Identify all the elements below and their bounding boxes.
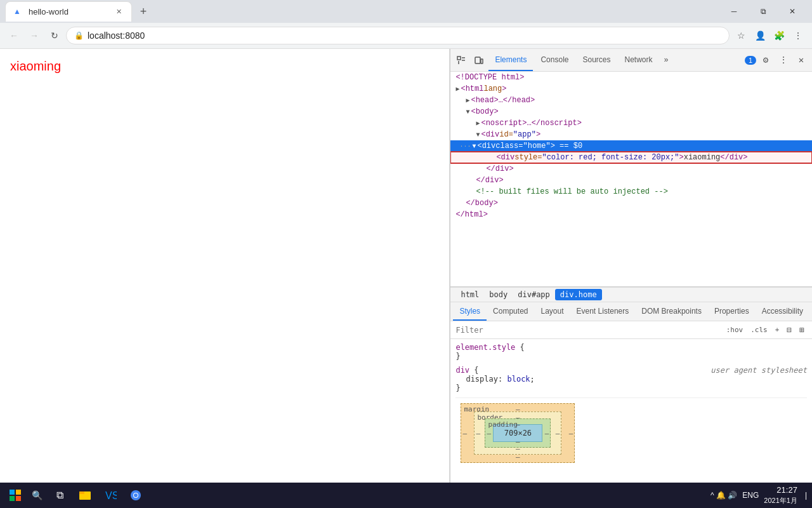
browser-chrome: ▲ hello-world ✕ + ─ ⧉ ✕ ← → ↻ 🔒 localhos…	[0, 0, 812, 49]
forward-button[interactable]: →	[25, 27, 43, 44]
devtools-settings-button[interactable]: ⚙	[757, 52, 774, 69]
styles-tab-properties[interactable]: Properties	[708, 302, 756, 321]
svg-text:VS: VS	[105, 490, 117, 501]
svg-rect-11	[79, 491, 84, 494]
tab-close-button[interactable]: ✕	[114, 7, 124, 17]
tray-icons: ^ 🔔 🔊	[710, 491, 737, 500]
ellipsis-icon: ···	[459, 143, 471, 150]
taskbar-chrome[interactable]	[124, 484, 147, 507]
styles-tab-styles[interactable]: Styles	[453, 302, 487, 321]
menu-button[interactable]: ⋮	[789, 27, 807, 44]
filter-add-button[interactable]: +	[773, 325, 782, 335]
dom-line-noscript[interactable]: ▶ <noscript>…</noscript>	[450, 117, 812, 129]
devtools-tab-elements[interactable]: Elements	[488, 49, 533, 71]
breadcrumb-body[interactable]: body	[484, 289, 513, 300]
styles-tab-layout[interactable]: Layout	[534, 302, 570, 321]
css-rules: element.style { } div { user agent style…	[450, 339, 812, 483]
taskbar-search-button[interactable]: 🔍	[28, 486, 46, 504]
tray-lang: ENG	[742, 491, 759, 500]
taskbar-vscode[interactable]: VS	[99, 484, 122, 507]
bookmark-button[interactable]: ☆	[732, 27, 750, 44]
dom-line-close-html[interactable]: </html>	[450, 209, 812, 220]
system-tray: ^ 🔔 🔊 ENG 21:27 2021年1月 |	[710, 485, 807, 505]
filter-toggle-button[interactable]: ⊟	[784, 324, 794, 335]
dom-expand-body[interactable]: ▼	[466, 109, 469, 116]
dom-line-close-body[interactable]: </body>	[450, 197, 812, 209]
browser-tab[interactable]: ▲ hello-world ✕	[5, 1, 132, 22]
device-toolbar-button[interactable]	[471, 52, 487, 69]
filter-hov-button[interactable]: :hov	[724, 325, 746, 335]
dom-line-div-home[interactable]: ··· ▼ <div class="home"> == $0	[450, 140, 812, 152]
box-model-section: margin – border – padding – –	[455, 398, 807, 468]
box-content-size: 709×26	[504, 429, 532, 438]
dom-expand-head[interactable]: ▶	[466, 97, 469, 104]
dom-line-head[interactable]: ▶ <head>…</head>	[450, 95, 812, 106]
margin-left-val: –	[462, 429, 467, 438]
breadcrumb-divhome[interactable]: div.home	[555, 289, 602, 300]
address-text: localhost:8080	[88, 30, 721, 41]
dom-line-close-div2[interactable]: </div>	[450, 175, 812, 186]
styles-tab-event-listeners[interactable]: Event Listeners	[570, 302, 636, 321]
tab-title: hello-world	[29, 7, 108, 17]
devtools-tab-network[interactable]: Network	[619, 49, 659, 71]
dom-line-div-app[interactable]: ▼ <div id="app">	[450, 129, 812, 140]
dom-expand-div-app[interactable]: ▼	[476, 131, 480, 138]
css-selector-div: div { user agent stylesheet	[455, 366, 807, 375]
dom-line-close-div1[interactable]: </div>	[450, 163, 812, 175]
dom-tree: <!DOCTYPE html> ▶ <html lang> ▶ <head>…<…	[450, 72, 812, 286]
taskbar: 🔍 ⧉ VS ^ 🔔 🔊 ENG 21:27 2021年1月 |	[0, 483, 812, 508]
margin-right-val: –	[569, 429, 573, 438]
close-button[interactable]: ✕	[778, 0, 807, 23]
new-tab-button[interactable]: +	[134, 3, 152, 20]
css-selector-element-style: element.style {	[455, 343, 807, 352]
filter-cls-button[interactable]: .cls	[748, 325, 770, 335]
devtools-tab-console[interactable]: Console	[534, 49, 575, 71]
maximize-button[interactable]: ⧉	[749, 0, 778, 23]
svg-rect-0	[457, 57, 461, 60]
border-bottom-val: –	[516, 444, 520, 453]
breadcrumb-bar: html body div#app div.home	[450, 287, 812, 302]
devtools-badge: 1	[745, 56, 756, 65]
dom-expand-div-home[interactable]: ▼	[472, 143, 476, 150]
show-desktop-button[interactable]: |	[802, 491, 807, 500]
address-input-wrap[interactable]: 🔒 localhost:8080	[66, 27, 730, 44]
svg-rect-5	[481, 59, 483, 64]
dom-line-div-style[interactable]: <div style="color: red; font-size: 20px;…	[450, 152, 812, 163]
devtools-tab-sources[interactable]: Sources	[576, 49, 617, 71]
styles-tab-dom-breakpoints[interactable]: DOM Breakpoints	[635, 302, 708, 321]
filter-input[interactable]	[455, 326, 718, 335]
dom-line-body[interactable]: ▼ <body>	[450, 106, 812, 117]
taskbar-file-explorer[interactable]	[74, 484, 96, 507]
taskbar-date-value: 2021年1月	[764, 496, 797, 505]
dom-line-comment[interactable]: <!-- built files will be auto injected -…	[450, 186, 812, 197]
devtools-toolbar: Elements Console Sources Network » 1 ⚙ ⋮…	[450, 49, 812, 72]
devtools-tab-more[interactable]: »	[660, 53, 672, 67]
css-block-div: div { user agent stylesheet display: blo…	[455, 366, 807, 392]
devtools-close-button[interactable]: ✕	[793, 52, 809, 69]
dom-expand-html[interactable]: ▶	[455, 85, 459, 93]
taskbar-time[interactable]: 21:27 2021年1月	[764, 485, 797, 505]
breadcrumb-divapp[interactable]: div#app	[513, 289, 555, 300]
start-button[interactable]	[5, 485, 25, 505]
css-close-element-style: }	[455, 352, 807, 361]
extensions-button[interactable]: 🧩	[770, 27, 788, 44]
styles-tab-computed[interactable]: Computed	[487, 302, 534, 321]
tab-favicon: ▲	[13, 7, 23, 17]
reload-button[interactable]: ↻	[46, 27, 63, 44]
css-block-element-style: element.style { }	[455, 343, 807, 361]
styles-tab-accessibility[interactable]: Accessibility	[756, 302, 809, 321]
filter-layout-button[interactable]: ⊞	[797, 324, 807, 335]
dom-line-html[interactable]: ▶ <html lang>	[450, 83, 812, 95]
lock-icon: 🔒	[74, 31, 84, 40]
inspect-element-button[interactable]	[453, 52, 469, 69]
back-button[interactable]: ←	[5, 27, 23, 44]
devtools-more-button[interactable]: ⋮	[775, 52, 792, 69]
profile-button[interactable]: 👤	[751, 27, 769, 44]
padding-left-val: –	[487, 429, 491, 438]
minimize-button[interactable]: ─	[719, 0, 749, 23]
breadcrumb-html[interactable]: html	[455, 289, 484, 300]
dom-line-doctype[interactable]: <!DOCTYPE html>	[450, 72, 812, 83]
dom-expand-noscript[interactable]: ▶	[476, 119, 480, 127]
taskbar-task-view[interactable]: ⧉	[48, 484, 71, 507]
page-content: xiaoming	[0, 49, 450, 483]
